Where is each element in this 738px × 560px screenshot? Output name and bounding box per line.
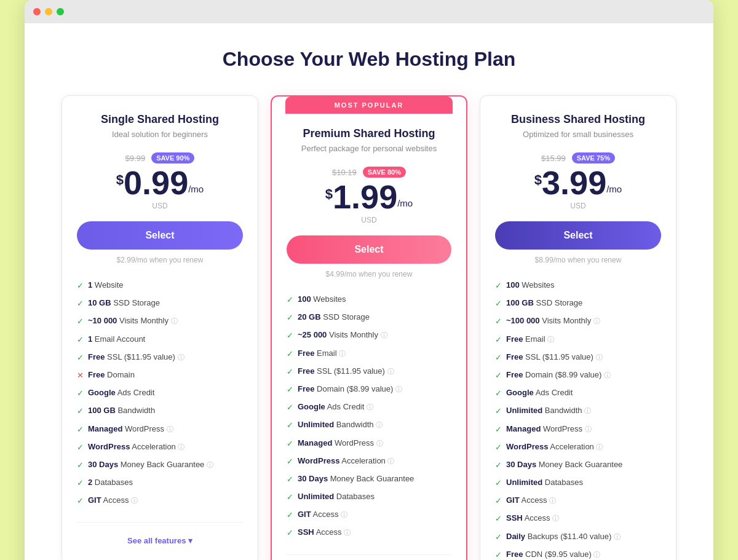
info-icon[interactable]: ⓘ (344, 529, 351, 536)
maximize-button-icon[interactable] (57, 8, 64, 15)
info-icon[interactable]: ⓘ (549, 497, 556, 504)
price-row-premium: $10.19 SAVE 80% (287, 167, 451, 178)
feature-text: WordPress Acceleration ⓘ (506, 441, 603, 452)
feature-item: ✓100 GB SSD Storage (495, 294, 661, 312)
feature-text: 1 Email Account (88, 334, 145, 345)
check-icon: ✓ (495, 406, 502, 417)
plan-desc-business: Optimized for small businesses (495, 130, 661, 139)
info-icon[interactable]: ⓘ (614, 533, 621, 540)
feature-text: ~25 000 Visits Monthly ⓘ (298, 329, 387, 341)
check-icon: ✓ (77, 316, 84, 327)
feature-text: 2 Databases (88, 477, 133, 488)
check-icon: ✓ (287, 330, 293, 341)
x-icon: ✕ (77, 370, 84, 381)
check-icon: ✓ (77, 460, 84, 471)
price-row-single: $9.99 SAVE 90% (77, 152, 243, 164)
feature-text: WordPress Acceleration ⓘ (298, 455, 394, 467)
check-icon: ✓ (495, 460, 502, 471)
info-icon[interactable]: ⓘ (207, 461, 213, 468)
original-price-single: $9.99 (125, 154, 146, 163)
info-icon[interactable]: ⓘ (376, 440, 383, 447)
check-icon: ✓ (495, 513, 502, 524)
check-icon: ✓ (287, 420, 293, 431)
info-icon[interactable]: ⓘ (387, 457, 394, 465)
feature-text: ~10 000 Visits Monthly ⓘ (88, 315, 178, 326)
check-icon: ✓ (77, 495, 84, 507)
info-icon[interactable]: ⓘ (341, 511, 347, 518)
info-icon[interactable]: ⓘ (585, 425, 592, 433)
check-icon: ✓ (495, 298, 502, 309)
info-icon[interactable]: ⓘ (593, 551, 600, 558)
feature-text: WordPress Acceleration ⓘ (88, 441, 184, 452)
info-icon[interactable]: ⓘ (171, 317, 178, 325)
check-icon: ✓ (495, 550, 502, 560)
check-icon: ✓ (287, 366, 293, 377)
feature-text: Google Ads Credit (88, 387, 154, 398)
plans-container: Single Shared HostingIdeal solution for … (43, 95, 695, 560)
info-icon[interactable]: ⓘ (131, 497, 138, 504)
info-icon[interactable]: ⓘ (339, 350, 346, 357)
check-icon: ✓ (77, 334, 84, 345)
check-icon: ✓ (495, 478, 502, 489)
check-icon: ✓ (287, 312, 293, 323)
check-icon: ✓ (287, 527, 293, 538)
check-icon: ✓ (287, 456, 293, 467)
select-button-premium[interactable]: Select (287, 235, 451, 264)
feature-text: 100 GB Bandwidth (88, 405, 155, 416)
minimize-button-icon[interactable] (45, 8, 52, 15)
info-icon[interactable]: ⓘ (552, 515, 559, 522)
feature-item: ✓Unlimited Bandwidth ⓘ (495, 402, 661, 420)
check-icon: ✓ (77, 424, 84, 435)
info-icon[interactable]: ⓘ (381, 331, 387, 339)
main-content: Choose Your Web Hosting Plan Single Shar… (25, 23, 713, 560)
feature-item: ✓100 GB Bandwidth (77, 402, 243, 420)
price-dollar-business: $ (534, 172, 542, 188)
original-price-business: $15.99 (541, 154, 566, 163)
price-amount-premium: 1.99 (333, 178, 397, 215)
info-icon[interactable]: ⓘ (367, 403, 373, 411)
check-icon: ✓ (77, 406, 84, 417)
usd-label-single: USD (77, 202, 243, 210)
feature-item: ✓100 Websites (287, 291, 451, 309)
divider (77, 522, 243, 523)
renew-text-business: $8.99/mo when you renew (495, 256, 661, 264)
info-icon[interactable]: ⓘ (387, 368, 394, 375)
info-icon[interactable]: ⓘ (178, 353, 184, 361)
plan-name-business: Business Shared Hosting (495, 113, 661, 126)
feature-text: 100 Websites (298, 294, 346, 305)
divider (287, 554, 451, 555)
feature-item: ✓10 GB SSD Storage (77, 294, 243, 312)
feature-text: 10 GB SSD Storage (88, 298, 160, 309)
price-amount-single: 0.99 (124, 164, 188, 201)
info-icon[interactable]: ⓘ (593, 317, 600, 325)
info-icon[interactable]: ⓘ (596, 443, 603, 451)
feature-item: ✓~10 000 Visits Monthly ⓘ (77, 312, 243, 330)
features-list-premium: ✓100 Websites✓20 GB SSD Storage✓~25 000 … (287, 291, 451, 542)
info-icon[interactable]: ⓘ (584, 407, 591, 414)
select-button-single[interactable]: Select (77, 221, 243, 250)
check-icon: ✓ (77, 442, 84, 453)
browser-window: Choose Your Web Hosting Plan Single Shar… (25, 0, 713, 560)
feature-text: Google Ads Credit ⓘ (298, 401, 373, 412)
feature-text: Daily Backups ($11.40 value) ⓘ (506, 531, 621, 542)
feature-text: Free SSL ($11.95 value) ⓘ (298, 366, 394, 377)
check-icon: ✓ (495, 370, 502, 381)
info-icon[interactable]: ⓘ (596, 353, 603, 361)
select-button-business[interactable]: Select (495, 221, 661, 250)
feature-text: Managed WordPress ⓘ (88, 424, 173, 435)
plan-desc-single: Ideal solution for beginners (77, 130, 243, 139)
original-price-premium: $10.19 (332, 168, 357, 177)
check-icon: ✓ (495, 442, 502, 453)
feature-item: ✓SSH Access ⓘ (495, 510, 661, 527)
usd-label-business: USD (495, 202, 661, 210)
info-icon[interactable]: ⓘ (376, 421, 383, 428)
info-icon[interactable]: ⓘ (167, 425, 173, 433)
info-icon[interactable]: ⓘ (547, 336, 554, 343)
see-features-button-single[interactable]: See all features ▾ (77, 532, 243, 549)
feature-item: ✓30 Days Money Back Guarantee (287, 470, 451, 488)
close-button-icon[interactable] (33, 8, 41, 15)
info-icon[interactable]: ⓘ (604, 371, 611, 379)
info-icon[interactable]: ⓘ (395, 385, 402, 393)
save-badge-single: SAVE 90% (151, 152, 194, 164)
info-icon[interactable]: ⓘ (178, 443, 184, 451)
